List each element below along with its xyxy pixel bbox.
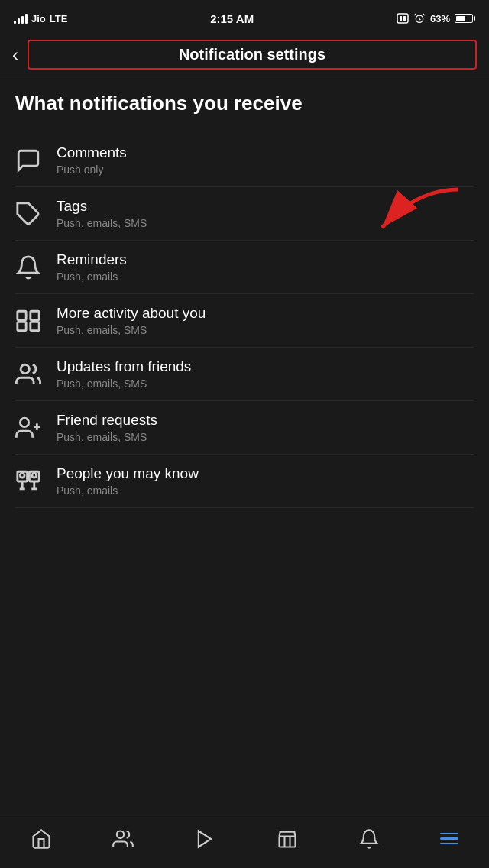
svg-rect-1 [400,16,402,21]
activity-icon [15,308,57,334]
list-item-more-activity[interactable]: More activity about you Push, emails, SM… [15,294,474,348]
svg-point-13 [20,418,28,426]
friends-nav-icon [112,828,134,850]
status-right: 63% [397,12,475,24]
sim-icon [397,13,409,24]
item-sub-comments: Push only [57,164,474,176]
list-item-comments[interactable]: Comments Push only [15,134,474,187]
bottom-nav [0,815,489,868]
svg-point-22 [117,831,124,837]
list-item-updates-friends[interactable]: Updates from friends Push, emails, SMS [15,348,474,401]
svg-rect-24 [279,836,295,847]
people-icon [15,468,57,494]
svg-rect-10 [18,322,26,330]
item-title-people-you-know: People you may know [57,465,474,482]
item-sub-people-you-know: Push, emails [57,484,474,497]
bell-icon [15,254,57,280]
item-sub-more-activity: Push, emails, SMS [57,324,474,336]
battery-icon [455,14,475,23]
page-title: Notification settings [179,46,325,63]
item-sub-friend-requests: Push, emails, SMS [57,431,474,443]
comment-icon [15,147,57,173]
video-icon [194,828,215,850]
item-text-comments: Comments Push only [57,144,474,176]
section-title: What notifications you receive [15,92,474,115]
nav-item-notifications[interactable] [349,822,389,856]
nav-item-marketplace[interactable] [267,822,307,856]
nav-item-home[interactable] [21,822,61,856]
header-title-box: Notification settings [28,40,477,70]
svg-point-12 [21,364,29,373]
main-content: What notifications you receive Comments … [0,76,489,815]
red-arrow-annotation [367,186,466,242]
svg-marker-23 [199,831,211,847]
item-sub-updates-friends: Push, emails, SMS [57,377,474,390]
status-bar: Jio LTE 2:15 AM 63% [0,0,489,34]
battery-percent: 63% [430,13,450,24]
item-title-friend-requests: Friend requests [57,412,474,429]
item-text-friend-requests: Friend requests Push, emails, SMS [57,412,474,443]
item-sub-reminders: Push, emails [57,270,474,283]
item-title-comments: Comments [57,144,474,161]
tag-icon [15,201,57,227]
nav-item-menu[interactable] [431,827,468,851]
status-time: 2:15 AM [210,12,254,25]
item-title-updates-friends: Updates from friends [57,358,474,375]
status-left: Jio LTE [14,13,67,24]
item-text-more-activity: More activity about you Push, emails, SM… [57,305,474,336]
alarm-icon [413,12,426,24]
item-text-updates-friends: Updates from friends Push, emails, SMS [57,358,474,390]
list-item-tags[interactable]: Tags Push, emails, SMS [15,187,474,241]
svg-rect-0 [397,14,408,23]
svg-line-4 [414,14,416,15]
carrier-label: Jio [31,13,46,24]
list-item-people-you-know[interactable]: People you may know Push, emails [15,455,474,508]
friend-request-icon [15,415,57,441]
friends-icon [15,361,57,387]
home-icon [31,828,52,850]
nav-item-video[interactable] [185,822,225,856]
list-item-friend-requests[interactable]: Friend requests Push, emails, SMS [15,401,474,455]
menu-icon [440,833,458,845]
svg-rect-2 [403,16,406,21]
svg-point-19 [32,473,37,478]
bell-nav-icon [358,828,380,850]
header: ‹ Notification settings [0,34,489,76]
network-label: LTE [50,13,68,24]
svg-line-5 [423,14,425,15]
list-item-reminders[interactable]: Reminders Push, emails [15,241,474,294]
signal-bars [14,13,28,24]
item-text-reminders: Reminders Push, emails [57,251,474,283]
item-text-people-you-know: People you may know Push, emails [57,465,474,497]
nav-item-friends[interactable] [103,822,143,856]
svg-rect-8 [18,311,26,319]
svg-rect-11 [31,322,39,330]
back-button[interactable]: ‹ [12,41,28,69]
item-title-reminders: Reminders [57,251,474,268]
item-title-more-activity: More activity about you [57,305,474,322]
marketplace-icon [277,828,298,850]
svg-point-18 [20,473,24,478]
svg-rect-9 [31,311,39,319]
